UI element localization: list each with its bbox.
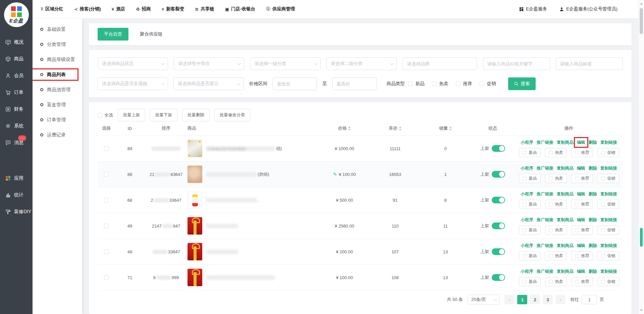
action-promotion-link[interactable]: 推广链接 [537,140,553,145]
action-edit[interactable]: 编辑 [577,140,585,145]
status-toggle[interactable] [492,197,505,203]
tab-platform-self-operated[interactable]: 平台自营 [98,28,128,41]
chip-promotion[interactable]: 促销 [597,251,619,260]
submenu-freight-records[interactable]: 运费记录 [33,127,82,142]
checkbox-recommended[interactable]: 推荐 [456,81,472,87]
action-delete[interactable]: 删除 [589,140,597,145]
sidebar-item-apps[interactable]: 应用 [0,170,33,187]
submenu-product-list[interactable]: 商品列表 [33,67,82,82]
action-copy-product[interactable]: 复制商品 [557,166,574,171]
product-tag-input[interactable] [556,57,623,70]
checkbox-icon[interactable] [456,81,461,86]
action-miniprogram[interactable]: 小程序 [521,217,533,223]
status-toggle[interactable] [492,145,505,152]
checkbox-icon[interactable] [523,151,527,155]
chip-hot-sale[interactable]: 热卖 [545,174,567,183]
row-checkbox[interactable] [104,198,109,202]
page-button-2[interactable]: 2 [530,295,540,304]
action-copy-link[interactable]: 复制链接 [600,191,617,197]
checkbox-icon[interactable] [575,228,579,232]
status-toggle[interactable] [492,223,505,229]
action-miniprogram[interactable]: 小程序 [521,140,533,145]
checkbox-icon[interactable] [480,81,484,86]
checkbox-icon[interactable] [575,202,579,206]
sidebar-item-statistics[interactable]: 统计 [0,187,33,203]
next-page-button[interactable]: › [555,295,566,304]
prev-page-button[interactable]: ‹ [504,295,515,304]
sort-asc-icon[interactable] [348,126,351,128]
sidebar-item-decorate-diy[interactable]: 装修DIY [0,203,33,220]
checkbox-icon[interactable] [549,254,553,258]
nav-region-dividend[interactable]: Ŧ区域分红 [41,6,63,12]
row-checkbox[interactable] [104,275,109,280]
action-promotion-link[interactable]: 推广链接 [537,217,553,223]
nav-hotel[interactable]: ¥酒店 [112,6,125,12]
sidebar-item-members[interactable]: 会员 [0,67,33,84]
page-button-1[interactable]: 1 [517,295,527,304]
checkbox-icon[interactable] [549,151,553,155]
action-edit[interactable]: 编辑 [577,217,585,223]
vertical-scrollbar[interactable] [638,0,644,314]
action-edit[interactable]: 编辑 [577,269,585,274]
action-delete[interactable]: 删除 [589,269,597,274]
chip-new-product[interactable]: 新品 [519,200,541,209]
chip-recommended[interactable]: 推荐 [571,226,593,235]
checkbox-icon[interactable] [432,81,437,86]
chip-promotion[interactable]: 促销 [597,148,619,157]
chip-recommended[interactable]: 推荐 [571,174,593,183]
action-copy-link[interactable]: 复制链接 [600,140,617,145]
service-menu[interactable]: E企盈服务 [519,6,547,12]
tab-aggregated-supply-chain[interactable]: 聚合供应链 [140,31,163,37]
batch-list-button[interactable]: 批量上架 [118,109,145,121]
chip-new-product[interactable]: 新品 [519,148,541,157]
sort-desc-icon[interactable] [449,129,452,131]
checkbox-icon[interactable] [523,177,527,181]
action-copy-product[interactable]: 复制商品 [557,269,574,274]
row-checkbox[interactable] [104,249,109,254]
action-miniprogram[interactable]: 小程序 [521,243,533,249]
action-copy-product[interactable]: 复制商品 [557,243,574,249]
max-price-input[interactable] [332,77,377,90]
action-copy-link[interactable]: 复制链接 [600,269,617,274]
sort-asc-icon[interactable] [449,126,452,128]
action-promotion-link[interactable]: 推广链接 [537,166,553,171]
checkbox-icon[interactable] [575,280,579,284]
checkbox-promotion[interactable]: 促销 [480,81,496,87]
account-menu[interactable]: E企盈服务(公众号管理员) [559,6,618,12]
product-image[interactable] [187,140,202,157]
checkbox-icon[interactable] [601,228,605,232]
action-miniprogram[interactable]: 小程序 [521,269,533,274]
sidebar-item-overview[interactable]: 概况 [0,34,33,51]
row-checkbox[interactable] [104,146,109,151]
search-button[interactable]: 搜索 [508,77,536,90]
action-copy-product[interactable]: 复制商品 [557,217,574,223]
action-copy-link[interactable]: 复制链接 [600,243,617,249]
sidebar-item-system[interactable]: 系统 [0,118,33,134]
chip-hot-sale[interactable]: 热卖 [545,226,567,235]
chip-recommended[interactable]: 推荐 [571,251,593,260]
sort-desc-icon[interactable] [348,129,351,131]
checkbox-icon[interactable] [523,280,527,284]
scroll-down-arrow-icon[interactable] [640,309,643,311]
sidebar-item-messages[interactable]: 消息 ... [0,134,33,151]
chip-recommended[interactable]: 推荐 [571,148,593,157]
chip-new-product[interactable]: 新品 [519,277,541,286]
page-button-3[interactable]: 3 [543,295,553,304]
chip-hot-sale[interactable]: 热卖 [545,200,567,209]
action-miniprogram[interactable]: 小程序 [521,191,533,197]
chip-hot-sale[interactable]: 热卖 [545,148,567,157]
checkbox-icon[interactable] [98,113,102,118]
status-toggle[interactable] [492,171,505,178]
checkbox-icon[interactable] [575,254,579,258]
edit-price-icon[interactable]: ✎ [333,172,337,177]
checkbox-icon[interactable] [408,81,413,86]
action-edit[interactable]: 编辑 [577,191,585,197]
sidebar-item-products[interactable]: 商品 [0,51,33,67]
select-all-checkbox[interactable]: 全选 [98,112,113,118]
brand-input[interactable] [402,57,477,70]
status-toggle[interactable] [492,248,505,255]
submenu-order-management[interactable]: 订单管理 [33,112,82,127]
sidebar-item-orders[interactable]: 订单 [0,84,33,101]
checkbox-icon[interactable] [549,177,553,181]
status-toggle[interactable] [492,274,505,281]
